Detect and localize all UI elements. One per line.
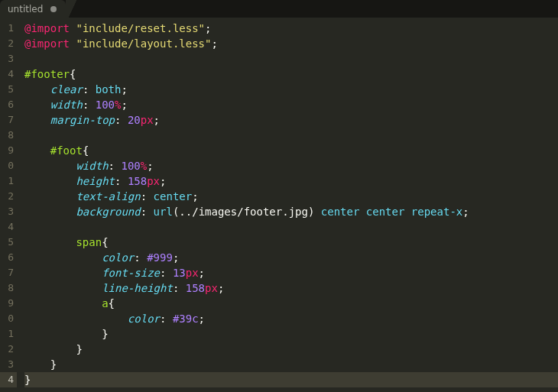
code-line[interactable]: a{ [24, 296, 558, 311]
editor-area[interactable]: 123456789012345678901234 @import "includ… [0, 18, 558, 392]
code-line[interactable]: color: #999; [24, 250, 558, 265]
token-plain [179, 282, 185, 294]
token-plain [24, 343, 76, 355]
token-plain [24, 328, 102, 340]
code-line[interactable]: @import "include/layout.less"; [24, 36, 558, 51]
code-line[interactable]: font-size: 13px; [24, 265, 558, 280]
token-num: #39c [173, 313, 199, 325]
token-num: 158 [186, 282, 205, 294]
token-plain [24, 251, 102, 264]
line-number: 8 [0, 280, 17, 296]
token-punct: : [141, 206, 147, 218]
token-punct: } [76, 343, 82, 355]
token-sel: span [76, 236, 102, 248]
tab-untitled[interactable]: untitled [0, 0, 66, 18]
token-prop: margin-top [50, 114, 115, 126]
line-number: 3 [0, 357, 17, 372]
token-plain [24, 206, 76, 218]
tab-title: untitled [8, 4, 43, 15]
code-line[interactable]: height: 158px; [24, 173, 558, 189]
code-line[interactable] [24, 51, 558, 66]
token-unit: px [147, 175, 160, 187]
token-unit: px [186, 267, 199, 279]
token-plain [89, 83, 95, 96]
token-unit: px [141, 114, 154, 126]
token-punct: ; [192, 190, 198, 202]
token-punct: ; [218, 282, 224, 294]
code-line[interactable] [24, 128, 558, 143]
token-plain [24, 114, 50, 126]
token-punct: { [102, 236, 108, 248]
token-prop: line-height [102, 282, 173, 294]
token-plain [147, 206, 153, 218]
code-line[interactable]: span{ [24, 235, 558, 250]
token-val: repeat-x [411, 206, 462, 218]
line-number-gutter: 123456789012345678901234 [0, 18, 17, 392]
token-punct: ; [205, 22, 211, 34]
token-punct: ; [173, 251, 179, 264]
code-line[interactable]: line-height: 158px; [24, 280, 558, 296]
token-punct: : [134, 251, 140, 264]
code-line[interactable]: text-align: center; [24, 189, 558, 204]
token-punct: ; [211, 37, 217, 50]
token-punct: ; [160, 175, 166, 187]
token-plain [147, 190, 153, 202]
token-prop: height [76, 175, 115, 187]
token-plain [24, 297, 102, 309]
token-plain [24, 267, 102, 279]
token-punct: ; [154, 114, 160, 126]
token-plain [24, 282, 102, 294]
line-number: 3 [0, 51, 17, 66]
line-number: 1 [0, 326, 17, 342]
code-line[interactable]: } [24, 342, 558, 357]
line-number: 9 [0, 143, 17, 158]
token-punct: } [50, 358, 57, 371]
token-punct: ; [121, 99, 127, 111]
token-plain [359, 206, 365, 218]
token-punct: ; [462, 206, 469, 218]
token-punct: : [109, 160, 115, 172]
token-plain [24, 190, 76, 202]
token-val: center [154, 190, 193, 202]
token-plain [314, 206, 320, 218]
line-number: 5 [0, 82, 17, 97]
line-number: 7 [0, 112, 17, 128]
token-plain [24, 313, 128, 325]
token-plain: ../images/footer.jpg [179, 206, 308, 218]
editor-window: untitled 123456789012345678901234 @impor… [0, 0, 558, 392]
token-kw: @import [24, 37, 70, 50]
token-punct: } [24, 374, 31, 386]
token-num: 100 [96, 99, 115, 111]
token-plain [24, 236, 76, 248]
code-line[interactable]: } [24, 357, 558, 372]
code-line[interactable]: width: 100%; [24, 97, 558, 112]
token-prop: color [102, 251, 134, 264]
code-content[interactable]: @import "include/reset.less";@import "in… [17, 18, 558, 392]
code-line[interactable]: #footer{ [24, 66, 558, 82]
code-line[interactable]: } [24, 326, 558, 342]
token-prop: width [76, 160, 108, 172]
code-line[interactable] [24, 219, 558, 235]
token-val: center [321, 206, 360, 218]
token-plain [404, 206, 410, 218]
code-line[interactable]: clear: both; [24, 82, 558, 97]
code-line[interactable]: margin-top: 20px; [24, 112, 558, 128]
line-number: 3 [0, 204, 17, 219]
code-line[interactable]: #foot{ [24, 143, 558, 158]
code-line[interactable]: } [24, 372, 558, 387]
code-line[interactable]: @import "include/reset.less"; [24, 21, 558, 36]
line-number: 1 [0, 173, 17, 189]
token-punct: ; [147, 160, 153, 172]
line-number: 4 [0, 372, 17, 387]
code-line[interactable]: background: url(../images/footer.jpg) ce… [24, 204, 558, 219]
token-plain [121, 114, 127, 126]
line-number: 4 [0, 66, 17, 82]
token-plain [24, 175, 76, 187]
code-line[interactable]: color: #39c; [24, 311, 558, 326]
token-plain [24, 83, 50, 96]
line-number: 7 [0, 265, 17, 280]
token-sel: #foot [50, 144, 83, 157]
line-number: 8 [0, 128, 17, 143]
token-kw: @import [24, 22, 70, 34]
code-line[interactable]: width: 100%; [24, 158, 558, 173]
